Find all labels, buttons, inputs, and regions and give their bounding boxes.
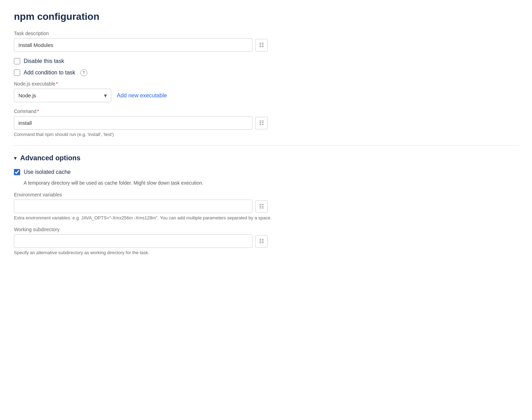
page-title: npm configuration [14, 11, 518, 22]
command-group: Command* ☷ Command that npm should run (… [14, 108, 518, 137]
document-icon-cmd: ☷ [259, 120, 264, 126]
command-input[interactable] [14, 116, 252, 130]
add-condition-row: Add condition to task ? [14, 69, 518, 76]
advanced-options-chevron: ▾ [14, 155, 17, 161]
env-variables-icon-button[interactable]: ☷ [255, 200, 268, 213]
node-executable-select[interactable]: Node.js [14, 89, 111, 102]
working-subdir-hint: Specify an alternative subdirectory as w… [14, 250, 518, 255]
disable-task-checkbox[interactable] [14, 58, 20, 64]
node-executable-row: Node.js ▼ Add new executable [14, 89, 518, 102]
env-variables-group: Environment variables ☷ Extra environmen… [14, 192, 518, 220]
working-subdir-label: Working subdirectory [14, 227, 518, 232]
document-icon-env: ☷ [259, 203, 264, 210]
command-hint: Command that npm should run (e.g. 'insta… [14, 132, 518, 137]
task-description-group: Task description ☷ [14, 31, 518, 52]
working-subdir-input-row: ☷ [14, 234, 268, 248]
advanced-options-header[interactable]: ▾ Advanced options [14, 154, 518, 162]
isolated-cache-checkbox[interactable] [14, 169, 20, 175]
isolated-cache-row: Use isolated cache [14, 169, 518, 175]
isolated-cache-group: Use isolated cache A temporary directory… [14, 169, 518, 186]
task-description-icon-button[interactable]: ☷ [255, 39, 268, 51]
task-description-label: Task description [14, 31, 518, 36]
working-subdir-input[interactable] [14, 234, 252, 248]
document-icon: ☷ [259, 42, 264, 48]
node-executable-group: Node.js executable* Node.js ▼ Add new ex… [14, 81, 518, 102]
command-label: Command* [14, 108, 518, 114]
command-required-star: * [37, 108, 39, 114]
add-condition-label[interactable]: Add condition to task [24, 70, 75, 76]
isolated-cache-label[interactable]: Use isolated cache [24, 169, 71, 175]
env-variables-label: Environment variables [14, 192, 518, 197]
disable-task-label[interactable]: Disable this task [24, 58, 64, 64]
command-input-row: ☷ [14, 116, 268, 130]
advanced-options-title: Advanced options [20, 154, 80, 162]
document-icon-subdir: ☷ [259, 238, 264, 244]
isolated-cache-description: A temporary directory will be used as ca… [24, 180, 518, 186]
section-divider [14, 145, 518, 146]
node-executable-select-wrapper: Node.js ▼ [14, 89, 111, 102]
env-variables-input-row: ☷ [14, 200, 268, 213]
disable-task-row: Disable this task [14, 58, 518, 64]
node-executable-label: Node.js executable* [14, 81, 518, 87]
task-description-input-row: ☷ [14, 38, 268, 52]
add-new-executable-link[interactable]: Add new executable [117, 92, 167, 99]
working-subdir-icon-button[interactable]: ☷ [255, 235, 268, 248]
working-subdir-group: Working subdirectory ☷ Specify an altern… [14, 227, 518, 255]
task-description-input[interactable] [14, 38, 252, 52]
required-star: * [56, 81, 58, 87]
help-icon[interactable]: ? [80, 69, 87, 76]
env-variables-input[interactable] [14, 200, 252, 213]
add-condition-checkbox[interactable] [14, 70, 20, 76]
command-icon-button[interactable]: ☷ [255, 117, 268, 129]
env-variables-hint: Extra environment variables. e.g. JAVA_O… [14, 215, 396, 220]
